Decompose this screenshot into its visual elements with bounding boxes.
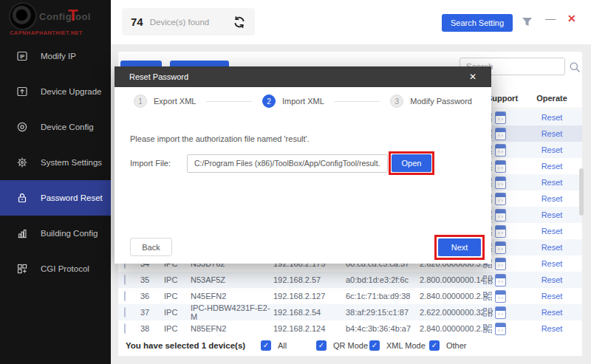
step-number-badge: 2 [262,95,276,108]
cell-version: 2.800.0000000.14.R [420,275,483,284]
step-modify-password: 3Modify Password [390,95,472,108]
qr-code-icon[interactable] [483,292,492,301]
search-icon[interactable] [569,61,581,73]
cell-no: 37 [140,308,164,317]
reset-link[interactable]: Reset [542,178,563,187]
reset-link[interactable]: Reset [542,324,563,333]
scrollbar-thumb[interactable] [579,168,584,216]
reset-link[interactable]: Reset [542,227,563,236]
qr-code-icon[interactable] [483,324,492,333]
xml-file-icon[interactable]: ‹ › [495,258,506,270]
dialog-close-icon[interactable]: ✕ [469,72,476,82]
cell-type: IPC [164,292,191,301]
xml-file-icon[interactable]: ‹ › [495,290,506,303]
cell-type: IPC [164,324,191,333]
xml-file-icon[interactable]: ‹ › [495,323,506,335]
sidebar-item-device-config[interactable]: Device Config [0,109,111,145]
close-window-button[interactable]: ✕ [567,13,576,24]
xml-file-icon[interactable]: ‹ › [495,128,506,140]
svg-text:IP: IP [20,54,25,59]
import-hint-text: Please import the authorization file nam… [130,134,310,143]
qr-code-icon[interactable] [483,275,492,284]
reset-link[interactable]: Reset [542,194,563,203]
sidebar-item-label: Modify IP [41,52,76,61]
filter-label: XML Mode [386,341,426,350]
sidebar-item-system-settings[interactable]: System Settings [0,145,111,180]
sidebar-item-modify-ip[interactable]: IPModify IP [0,38,111,74]
top-bar: 74 Device(s) found Search Setting — ✕ [111,0,591,44]
xml-file-icon[interactable]: ‹ › [495,209,506,222]
reset-link[interactable]: Reset [542,162,563,171]
xml-file-icon[interactable]: ‹ › [495,193,506,205]
step-import-xml: 2Import XML [262,95,324,108]
xml-file-icon[interactable]: ‹ › [495,160,506,173]
cell-model: N53AF5Z [191,275,273,284]
reset-link[interactable]: Reset [542,259,563,268]
reset-link[interactable]: Reset [542,129,563,138]
annotation-box-next: Next [434,235,485,260]
row-checkbox[interactable] [124,291,126,301]
filter-checkbox[interactable]: ✓ [369,340,380,351]
refresh-icon[interactable] [233,16,246,29]
cell-version: 2.840.0000000.2.R [420,324,483,333]
table-row: 37IPCIPC-HDBW4231F-E2-M192.168.2.5438:af… [118,304,582,320]
back-button[interactable]: Back [130,238,172,256]
cell-type: IPC [164,275,191,284]
sidebar: Configtool T CAPNHAPHANTHIET.NET IPModif… [0,0,111,364]
step-connector-line [335,101,380,102]
cell-mac: b4:4c:3b:36:4b:a7 [346,324,420,333]
sidebar-item-password-reset[interactable]: Password Reset [0,180,111,216]
reset-link[interactable]: Reset [542,243,563,252]
xml-file-icon[interactable]: ‹ › [495,241,506,254]
filter-label: All [278,341,287,350]
reset-link[interactable]: Reset [542,308,563,317]
cell-mac: 38:af:29:15:c1:87 [346,308,420,317]
dialog-title-bar: Reset Password ✕ [115,66,491,87]
xml-file-icon[interactable]: ‹ › [495,225,506,238]
filter-label: QR Mode [333,341,368,350]
row-checkbox[interactable] [124,323,126,334]
step-label: Modify Password [410,97,472,106]
xml-file-icon[interactable]: ‹ › [495,111,506,124]
filter-checkbox[interactable]: ✓ [429,340,440,351]
search-setting-button[interactable]: Search Setting [442,14,513,32]
import-file-row: Import File: Open [130,151,434,175]
sidebar-item-cgi-protocol[interactable]: CGI Protocol [0,251,111,286]
file-path-input[interactable] [187,154,388,173]
reset-link[interactable]: Reset [542,145,563,154]
xml-file-icon[interactable]: ‹ › [495,144,506,157]
reset-link[interactable]: Reset [542,113,563,122]
device-count-box: 74 Device(s) found [122,8,255,35]
minimize-button[interactable]: — [545,13,556,24]
column-header-operate: Operate [522,94,582,103]
cell-mac: a0:bd:1d:e3:2f:6c [346,275,420,284]
filter-qr-mode: ✓QR Mode [316,340,368,351]
next-button[interactable]: Next [438,238,481,256]
sidebar-item-label: Password Reset [41,193,103,202]
reset-link[interactable]: Reset [542,292,563,301]
cell-model: IPC-HDBW4231F-E2-M [191,303,273,321]
filter-icon[interactable] [522,17,533,27]
cell-version: 2.840.0000000.2.R [420,292,483,301]
reset-link[interactable]: Reset [542,275,563,284]
annotation-box-open: Open [389,151,434,175]
filter-checkbox[interactable]: ✓ [261,340,271,351]
sidebar-item-building-config[interactable]: Building Config [0,216,111,251]
cell-version: 2.622.0000000.32.R [420,308,483,317]
xml-file-icon[interactable]: ‹ › [495,274,506,286]
filter-xml-mode: ✓XML Mode [369,340,426,351]
import-file-label: Import File: [130,159,187,168]
logo-text: Configtool [39,11,91,22]
row-checkbox[interactable] [124,275,126,285]
watermark-text: CAPNHAPHANTHIET.NET [10,30,83,36]
row-checkbox[interactable] [124,307,126,317]
qr-code-icon[interactable] [483,308,492,317]
cell-model: N45EFN2 [191,292,273,301]
filter-checkbox[interactable]: ✓ [316,340,327,351]
open-button[interactable]: Open [392,154,431,172]
modify-ip-icon: IP [16,50,28,62]
reset-link[interactable]: Reset [542,210,563,219]
xml-file-icon[interactable]: ‹ › [495,306,506,319]
sidebar-item-device-upgrade[interactable]: Device Upgrade [0,74,111,109]
xml-file-icon[interactable]: ‹ › [495,176,506,189]
